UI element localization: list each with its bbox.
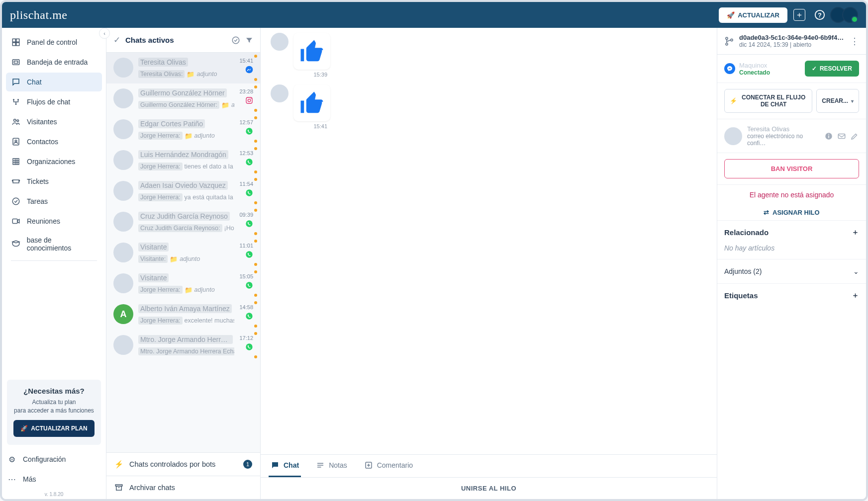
edit-icon[interactable] <box>850 132 859 141</box>
svg-point-45 <box>726 43 728 45</box>
avatar <box>842 7 858 23</box>
upgrade-title: ¿Necesitas más? <box>12 387 96 395</box>
check-icon: ✓ <box>812 65 817 72</box>
sidebar-more[interactable]: ⋯ Más <box>2 470 106 489</box>
unread-dot <box>254 209 257 212</box>
chat-item[interactable]: VisitanteVisitante: 📁 adjunto11:01 <box>106 238 260 268</box>
chat-item[interactable]: VisitanteJorge Herrera: 📁 adjunto15:05 <box>106 268 260 299</box>
dashboard-icon <box>11 37 21 47</box>
messenger-icon <box>724 63 735 74</box>
chat-icon <box>11 77 21 87</box>
chevron-down-icon: ▾ <box>851 98 854 104</box>
whatsapp-icon <box>245 250 253 258</box>
tab-comment[interactable]: Comentario <box>362 455 415 477</box>
org-icon <box>11 157 21 167</box>
help-icon[interactable]: ? <box>811 6 828 23</box>
mail-icon[interactable] <box>837 132 846 141</box>
sidebar-item-inbox[interactable]: Bandeja de entrada <box>6 53 102 72</box>
sidebar-item-visitors[interactable]: Visitantes <box>6 112 102 131</box>
sidebar-item-tasks[interactable]: Tareas <box>6 192 102 211</box>
chat-preview: Jorge Herrera: 📁 adjunto <box>138 132 234 140</box>
thread-meta: dic 14 2024, 15:39 | abierto <box>739 41 845 48</box>
chat-name: Alberto Iván Amaya Martínez <box>138 304 232 313</box>
whatsapp-icon <box>245 343 253 351</box>
sidebar-item-meetings[interactable]: Reuniones <box>6 212 102 231</box>
info-icon[interactable] <box>824 132 833 141</box>
chat-item[interactable]: Adaen Isai Oviedo VazquezJorge Herrera: … <box>106 176 260 207</box>
notes-icon <box>316 461 325 470</box>
ban-visitor-button[interactable]: BAN VISITOR <box>724 159 859 178</box>
chat-item[interactable]: Cruz Judith García ReynosoCruz Judith Ga… <box>106 207 260 238</box>
bot-chats-section[interactable]: ⚡ Chats controlados por bots 1 <box>106 453 260 476</box>
chat-preview: Jorge Herrera: 📁 adjunto <box>138 286 234 294</box>
svg-point-31 <box>246 251 252 257</box>
chat-time: 15:05 <box>239 273 253 279</box>
create-button[interactable]: CREAR... ▾ <box>816 89 859 113</box>
check-circle-icon[interactable] <box>231 36 240 45</box>
status-dot <box>254 140 257 143</box>
status-dot <box>254 263 257 266</box>
chat-avatar <box>113 150 133 170</box>
status-dot <box>254 355 257 358</box>
sidebar-item-org[interactable]: Organizaciones <box>6 152 102 171</box>
archive-chats-section[interactable]: Archivar chats <box>106 476 260 499</box>
user-avatars[interactable] <box>834 7 858 23</box>
chat-item[interactable]: Mtro. Jorge Armando Herrera E…Mtro. Jorg… <box>106 330 260 361</box>
archive-icon <box>114 483 123 492</box>
chat-preview: Jorge Herrera: tienes el dato a la m… <box>138 163 234 170</box>
filter-icon[interactable] <box>245 36 253 44</box>
related-section[interactable]: Relacionado ＋ <box>717 220 866 244</box>
plus-icon[interactable]: ＋ <box>852 291 859 300</box>
sidebar-item-kb[interactable]: base de conocimientos <box>6 232 102 256</box>
chat-item[interactable]: Guillermo González HörnerGuillermo Gonzá… <box>106 84 260 114</box>
check-icon[interactable]: ✓ <box>113 35 120 45</box>
brand-logo: plischat.me <box>10 8 67 22</box>
chat-preview: Mtro. Jorge Armando Herrera Echau… <box>138 347 234 355</box>
chat-time: 11:54 <box>239 181 253 187</box>
unread-dot <box>254 55 257 58</box>
add-icon[interactable]: ＋ <box>793 9 805 21</box>
tab-notes[interactable]: Notas <box>314 455 349 477</box>
sidebar-item-contacts[interactable]: Contactos <box>6 132 102 151</box>
svg-point-25 <box>248 99 250 101</box>
chat-avatar <box>113 335 133 355</box>
svg-point-12 <box>17 120 19 122</box>
svg-point-26 <box>251 98 252 99</box>
sidebar-item-chat[interactable]: Chat <box>6 73 102 91</box>
connect-flow-button[interactable]: ⚡ CONECTAR EL FLUJO DE CHAT <box>724 89 812 113</box>
kebab-icon[interactable]: ⋮ <box>850 36 859 47</box>
sidebar-item-dashboard[interactable]: Panel de control <box>6 33 102 52</box>
whatsapp-icon <box>245 312 253 320</box>
attachments-section[interactable]: Adjuntos (2) ⌄ <box>717 259 866 283</box>
bot-badge: 1 <box>243 460 252 469</box>
chat-item[interactable]: AAlberto Iván Amaya MartínezJorge Herrer… <box>106 299 260 330</box>
sidebar-item-tickets[interactable]: Tickets <box>6 172 102 191</box>
chat-icon <box>271 461 280 470</box>
tags-section[interactable]: Etiquetas ＋ <box>717 283 866 307</box>
chat-item[interactable]: Luis Hernández MondragónJorge Herrera: t… <box>106 145 260 176</box>
chat-item[interactable]: Teresita OlivasTeresita Olivas: 📁 adjunt… <box>106 53 260 84</box>
svg-point-27 <box>246 128 252 134</box>
update-button[interactable]: 🚀 ACTUALIZAR <box>719 7 787 23</box>
contacts-icon <box>11 137 21 147</box>
join-thread-button[interactable]: UNIRSE AL HILO <box>261 477 717 499</box>
status-dot <box>254 325 257 328</box>
assign-thread-button[interactable]: ⇄ ASIGNAR HILO <box>717 205 866 220</box>
unread-dot <box>254 85 257 88</box>
sidebar-item-flow[interactable]: Flujos de chat <box>6 92 102 111</box>
upgrade-plan-button[interactable]: 🚀 ACTUALIZAR PLAN <box>13 420 94 437</box>
chat-item[interactable]: Edgar Cortes PatiñoJorge Herrera: 📁 adju… <box>106 114 260 145</box>
plus-icon[interactable]: ＋ <box>852 228 859 237</box>
collapse-sidebar-button[interactable]: ‹ <box>99 28 110 39</box>
comment-add-icon <box>364 461 373 470</box>
chat-name: Visitante <box>138 273 169 282</box>
sidebar-settings[interactable]: ⚙ Configuración <box>2 450 106 469</box>
tab-chat[interactable]: Chat <box>269 455 301 477</box>
conversation-column: 15:3915:41 Chat Notas Comentario UNIRSE … <box>261 28 717 499</box>
related-empty: No hay artículos <box>717 244 866 259</box>
whatsapp-icon <box>245 220 253 228</box>
svg-rect-7 <box>14 61 18 64</box>
chat-avatar <box>113 243 133 262</box>
status-dot <box>254 170 257 173</box>
resolve-button[interactable]: ✓ RESOLVER <box>805 61 859 77</box>
